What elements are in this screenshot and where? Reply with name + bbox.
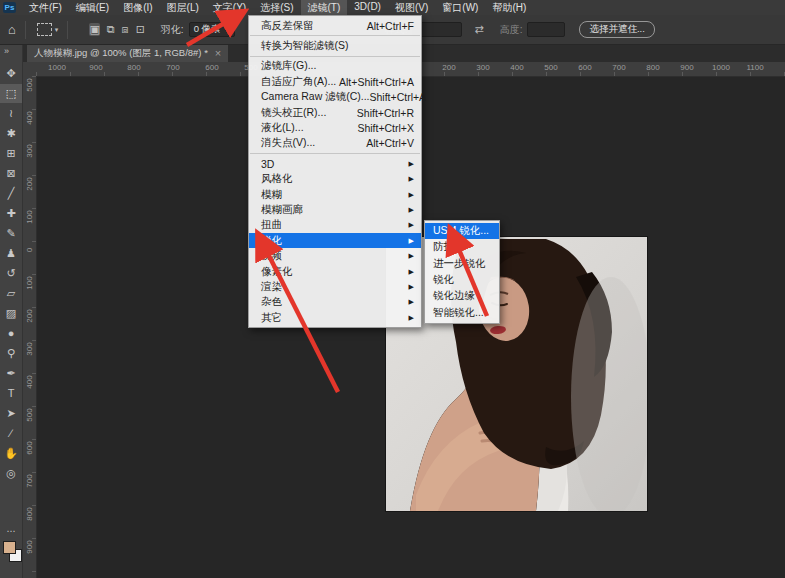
menu-item[interactable]: 渲染▶ [249, 279, 421, 294]
brush-tool[interactable]: ✎ [0, 224, 22, 243]
foreground-color-swatch[interactable] [3, 541, 16, 554]
menu-item-label: Camera Raw 滤镜(C)... [261, 90, 370, 104]
submenu-arrow-icon: ▶ [409, 314, 414, 322]
path-select-tool[interactable]: ➤ [0, 404, 22, 423]
quick-selection-tool[interactable]: ✱ [0, 124, 22, 143]
menu-item-label: 扭曲 [261, 218, 282, 232]
clone-stamp-tool[interactable]: ♟ [0, 244, 22, 263]
photoshop-logo-icon: Ps [3, 2, 16, 13]
frame-tool[interactable]: ⊠ [0, 164, 22, 183]
menu-item-label: 渲染 [261, 280, 282, 294]
menu-item[interactable]: 进一步锐化 [425, 256, 499, 272]
menu-item[interactable]: 滤镜库(G)... [249, 59, 421, 74]
move-tool[interactable]: ✥ [0, 64, 22, 83]
menu-item[interactable]: 智能锐化... [425, 304, 499, 320]
more-tools-button[interactable]: ⋯ [0, 522, 22, 541]
ruler-label: 800 [123, 63, 145, 72]
menu-item[interactable]: 风格化▶ [249, 172, 421, 187]
ruler-label: 200 [21, 309, 37, 323]
feather-input[interactable]: 0 像素 [189, 22, 235, 37]
menubar-item[interactable]: 图层(L) [160, 0, 206, 16]
menu-item[interactable]: 液化(L)...Shift+Ctrl+X [249, 120, 421, 135]
history-brush-tool[interactable]: ↺ [0, 264, 22, 283]
close-icon[interactable]: × [215, 47, 221, 59]
menu-item-shortcut: Alt+Ctrl+F [367, 20, 414, 32]
menu-item[interactable]: 锐化▶ [249, 233, 421, 248]
menu-item[interactable]: 模糊画廊▶ [249, 202, 421, 217]
divider [67, 21, 68, 39]
menu-item[interactable]: 像素化▶ [249, 264, 421, 279]
line-tool[interactable]: ∕ [0, 424, 22, 443]
select-and-mask-button[interactable]: 选择并遮住... [579, 21, 654, 38]
chevron-down-icon[interactable]: ▾ [55, 26, 59, 34]
ruler-label: 0 [21, 243, 37, 257]
menubar-item[interactable]: 帮助(H) [485, 0, 533, 16]
vertical-ruler[interactable]: 5004003002001000100200300400500600700800… [22, 76, 37, 578]
menu-item[interactable]: 自适应广角(A)...Alt+Shift+Ctrl+A [249, 74, 421, 89]
eraser-tool[interactable]: ▱ [0, 284, 22, 303]
menu-item-shortcut: Shift+Ctrl+R [357, 107, 414, 119]
menu-item[interactable]: 模糊▶ [249, 187, 421, 202]
ruler-label: 900 [85, 63, 107, 72]
menu-item[interactable]: 视频▶ [249, 248, 421, 263]
menu-item-label: 其它 [261, 311, 282, 325]
marquee-tool[interactable]: ⬚ [0, 84, 22, 103]
menu-item[interactable]: 转换为智能滤镜(S) [249, 38, 421, 53]
menu-item[interactable]: 扭曲▶ [249, 218, 421, 233]
crop-tool[interactable]: ⊞ [0, 144, 22, 163]
intersect-selection-icon[interactable]: ⊡ [136, 23, 145, 36]
subtract-from-selection-icon[interactable]: ⧈ [122, 23, 129, 36]
menu-item[interactable]: 高反差保留Alt+Ctrl+F [249, 18, 421, 33]
healing-brush-tool[interactable]: ✚ [0, 204, 22, 223]
document-tab[interactable]: 人物模糊.jpg @ 100% (图层 1, RGB/8#) * × [27, 44, 228, 62]
height-label: 高度: [500, 23, 523, 37]
menu-item[interactable]: USM 锐化... [425, 223, 499, 239]
menu-item-label: 锐化边缘 [433, 289, 475, 303]
menubar-item[interactable]: 滤镜(T) [301, 0, 348, 16]
menu-item[interactable]: 杂色▶ [249, 295, 421, 310]
menu-item[interactable]: Camera Raw 滤镜(C)...Shift+Ctrl+A [249, 90, 421, 105]
menu-item[interactable]: 其它▶ [249, 310, 421, 325]
menubar-item[interactable]: 文字(Y) [206, 0, 253, 16]
menubar-item[interactable]: 3D(D) [347, 0, 388, 16]
ruler-label: 100 [21, 276, 37, 290]
photoshop-window: Ps 文件(F)编辑(E)图像(I)图层(L)文字(Y)选择(S)滤镜(T)3D… [0, 0, 785, 578]
submenu-arrow-icon: ▶ [409, 221, 414, 229]
eyedropper-tool[interactable]: ╱ [0, 184, 22, 203]
menu-item[interactable]: 防抖... [425, 239, 499, 255]
add-to-selection-icon[interactable]: ⧉ [107, 23, 115, 36]
menubar-item[interactable]: 图像(I) [116, 0, 159, 16]
gradient-tool[interactable]: ▨ [0, 304, 22, 323]
swap-width-height-icon[interactable]: ⇄ [474, 23, 483, 36]
zoom-tool[interactable]: ◎ [0, 464, 22, 483]
menu-item-label: 3D [261, 158, 274, 170]
menu-item[interactable]: 锐化边缘 [425, 288, 499, 304]
ruler-label: 1100 [744, 63, 766, 72]
menubar-item[interactable]: 文件(F) [22, 0, 69, 16]
menubar-item[interactable]: 选择(S) [253, 0, 300, 16]
type-tool[interactable]: T [0, 384, 22, 403]
marquee-tool-preset-icon[interactable] [37, 23, 52, 36]
menu-item[interactable]: 消失点(V)...Alt+Ctrl+V [249, 136, 421, 151]
submenu-arrow-icon: ▶ [409, 252, 414, 260]
toolbar-collapse-icon[interactable]: » [4, 46, 9, 56]
menu-item-label: 模糊画廊 [261, 203, 303, 217]
ruler-label: 600 [201, 63, 223, 72]
ruler-label: 500 [540, 63, 562, 72]
menu-item[interactable]: 镜头校正(R)...Shift+Ctrl+R [249, 105, 421, 120]
menubar-item[interactable]: 编辑(E) [69, 0, 116, 16]
home-icon[interactable]: ⌂ [8, 22, 16, 37]
lasso-tool[interactable]: ≀ [0, 104, 22, 123]
menubar-item[interactable]: 视图(V) [388, 0, 435, 16]
blur-tool[interactable]: ● [0, 324, 22, 343]
ruler-origin-corner[interactable] [22, 62, 37, 77]
menubar-item[interactable]: 窗口(W) [435, 0, 485, 16]
dodge-tool[interactable]: ⚲ [0, 344, 22, 363]
menu-item[interactable]: 3D▶ [249, 156, 421, 171]
new-selection-icon[interactable]: ▣ [89, 23, 99, 36]
hand-tool[interactable]: ✋ [0, 444, 22, 463]
menu-item[interactable]: 锐化 [425, 272, 499, 288]
height-input[interactable] [527, 22, 565, 37]
ruler-label: 900 [676, 63, 698, 72]
pen-tool[interactable]: ✒ [0, 364, 22, 383]
